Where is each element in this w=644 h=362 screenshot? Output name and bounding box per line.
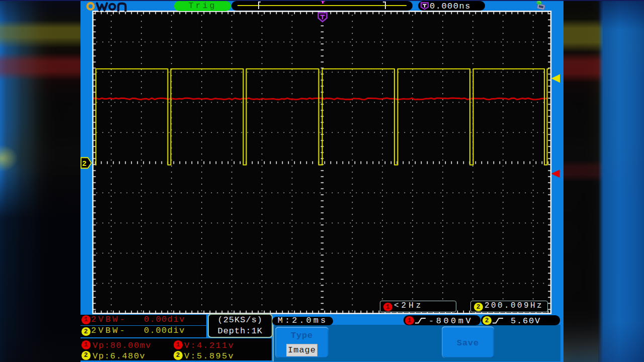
svg-text:2: 2 bbox=[82, 160, 87, 168]
